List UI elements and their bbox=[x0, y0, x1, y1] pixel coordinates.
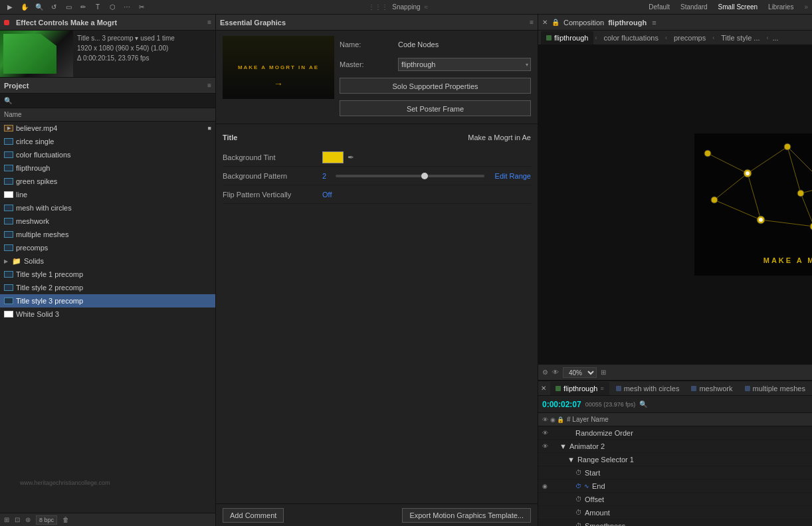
new-comp-icon[interactable]: ⊡ bbox=[15, 516, 20, 523]
tl-tab-dot bbox=[691, 386, 696, 391]
comp-icon-white bbox=[4, 191, 13, 198]
svg-point-23 bbox=[784, 143, 791, 150]
close-icon[interactable]: ✕ bbox=[542, 19, 548, 26]
file-item-title3[interactable]: Title style 3 precomp bbox=[0, 294, 215, 307]
file-name: cirlce single bbox=[16, 137, 54, 145]
new-item-icon[interactable]: ⊛ bbox=[25, 516, 31, 523]
workspace-standard[interactable]: Standard bbox=[680, 3, 708, 11]
project-panel: Effect Controls Make a Mogrt ≡ Title s..… bbox=[0, 15, 216, 526]
file-item-white-solid[interactable]: White Solid 3 bbox=[0, 307, 215, 321]
comp-menu-icon[interactable]: ≡ bbox=[652, 19, 656, 27]
expand-icon[interactable]: ▼ bbox=[567, 456, 575, 464]
text-tool[interactable]: T bbox=[92, 1, 104, 13]
master-select[interactable]: flipthrough bbox=[398, 58, 531, 71]
export-template-btn[interactable]: Export Motion Graphics Template... bbox=[402, 508, 531, 523]
layer-name: Amount bbox=[585, 509, 610, 517]
project-search-input[interactable] bbox=[15, 96, 211, 106]
pen-tool[interactable]: ✏ bbox=[77, 1, 89, 13]
zoom-select[interactable]: 40% bbox=[563, 367, 597, 378]
bg-pattern-slider[interactable] bbox=[336, 175, 484, 177]
project-search-bar: 🔍 bbox=[0, 94, 215, 108]
workspace-libraries[interactable]: Libraries bbox=[768, 3, 793, 11]
project-menu[interactable]: ≡ bbox=[207, 82, 211, 89]
master-select-wrapper: flipthrough ▾ bbox=[398, 58, 531, 71]
shape-tool[interactable]: ▭ bbox=[62, 1, 74, 13]
brush-tool[interactable]: ⋯ bbox=[121, 1, 133, 13]
flip-pattern-value[interactable]: Off bbox=[322, 191, 332, 199]
solid-icon bbox=[4, 311, 13, 317]
file-name: flipthrough bbox=[16, 164, 50, 172]
vis-icon[interactable]: 👁 bbox=[542, 443, 549, 450]
file-item-line[interactable]: line bbox=[0, 188, 215, 201]
timeline-left: 0:00:02:07 00055 (23.976 fps) 🔍 ⇄ ◑ ★ ⊙ … bbox=[538, 396, 812, 526]
tab-label: Title style ... bbox=[721, 34, 760, 42]
eg-arrow: → bbox=[274, 78, 283, 89]
layer-range-selector: ▼ Range Selector 1 bbox=[538, 453, 812, 466]
workspace-default[interactable]: Default bbox=[649, 3, 670, 11]
workspace-smallscreen[interactable]: Small Screen bbox=[718, 3, 758, 11]
set-poster-btn[interactable]: Set Poster Frame bbox=[340, 100, 531, 116]
file-item-precomps[interactable]: precomps bbox=[0, 241, 215, 254]
comp-tabs: flipthrough ‹ color fluctuations ‹ preco… bbox=[538, 31, 812, 45]
hand-tool[interactable]: ✋ bbox=[19, 1, 31, 13]
tl-search-icon[interactable]: 🔍 bbox=[639, 400, 647, 408]
rotate-tool[interactable]: ↺ bbox=[48, 1, 60, 13]
file-item-multiple-meshes[interactable]: multiple meshes bbox=[0, 228, 215, 241]
eg-title: Essential Graphics bbox=[220, 19, 286, 27]
comp-icon bbox=[4, 138, 13, 145]
file-item-title2[interactable]: Title style 2 precomp bbox=[0, 281, 215, 294]
folder-icon: 📁 bbox=[12, 258, 21, 264]
folder-triangle: ▶ bbox=[4, 258, 8, 264]
tab-label: flipthrough bbox=[554, 34, 588, 42]
tool-group: ▶ ✋ 🔍 ↺ ▭ ✏ T ⬡ ⋯ ✂ bbox=[4, 1, 148, 13]
file-item-green-spikes[interactable]: green spikes bbox=[0, 175, 215, 188]
tl-tab-label: mesh with circles bbox=[624, 385, 680, 393]
comp-tab-title-style[interactable]: Title style ... bbox=[716, 31, 765, 44]
file-item-meshwork[interactable]: meshwork bbox=[0, 215, 215, 228]
file-item-title1[interactable]: Title style 1 precomp bbox=[0, 268, 215, 281]
tl-tab-meshwork[interactable]: meshwork bbox=[686, 382, 738, 395]
select-tool[interactable]: ▶ bbox=[4, 1, 16, 13]
zoom-tool[interactable]: 🔍 bbox=[33, 1, 45, 13]
new-folder-icon[interactable]: ⊞ bbox=[4, 516, 9, 523]
file-item-circle-single[interactable]: cirlce single bbox=[0, 135, 215, 148]
file-item-believer[interactable]: ▶ believer.mp4 ■ bbox=[0, 122, 215, 135]
file-item-flipthrough[interactable]: flipthrough bbox=[0, 161, 215, 175]
trash-icon[interactable]: 🗑 bbox=[62, 516, 69, 523]
tl-tab-multiple-meshes[interactable]: multiple meshes bbox=[740, 382, 811, 395]
master-label: Master: bbox=[340, 60, 393, 68]
tl-current-time[interactable]: 0:00:02:07 bbox=[542, 400, 581, 409]
expand-icon[interactable]: ▼ bbox=[559, 442, 567, 450]
tl-tab-flipthrough[interactable]: flipthrough ≡ bbox=[550, 382, 609, 395]
column-name-label: Name bbox=[4, 111, 22, 118]
tl-tab-label: flipthrough bbox=[563, 385, 597, 393]
panel-menu-icon[interactable]: ≡ bbox=[207, 19, 211, 26]
vis-icon[interactable]: 👁 bbox=[542, 430, 549, 436]
color-swatch[interactable] bbox=[322, 151, 344, 163]
end-row: ⏱ ∿ End bbox=[575, 482, 605, 490]
comp-tab-flipthrough[interactable]: flipthrough bbox=[541, 31, 593, 44]
solo-supported-btn[interactable]: Solo Supported Properties bbox=[340, 78, 531, 94]
eyedropper-icon[interactable]: ✒ bbox=[348, 153, 354, 162]
comp-tab-color-fluct[interactable]: color fluctuations bbox=[598, 31, 664, 44]
close-tl-icon[interactable]: ✕ bbox=[541, 385, 546, 392]
fit-icon[interactable]: ⊞ bbox=[601, 369, 606, 376]
shape-tool-2[interactable]: ⬡ bbox=[106, 1, 118, 13]
eg-menu[interactable]: ≡ bbox=[530, 19, 534, 26]
project-bottom-bar: ⊞ ⊡ ⊛ 8 bpc 🗑 bbox=[0, 513, 215, 526]
comp-settings-icon[interactable]: ⚙ bbox=[542, 369, 548, 376]
tl-tab-mesh-circles[interactable]: mesh with circles bbox=[611, 382, 685, 395]
view-icon[interactable]: 👁 bbox=[552, 369, 559, 376]
clone-tool[interactable]: ✂ bbox=[136, 1, 148, 13]
bg-pattern-value[interactable]: 2 bbox=[322, 172, 326, 180]
file-list[interactable]: ▶ believer.mp4 ■ cirlce single color flu… bbox=[0, 122, 215, 513]
edit-range-btn[interactable]: Edit Range bbox=[495, 172, 531, 180]
tl-tab-label: meshwork bbox=[699, 385, 732, 393]
layer-animator-2: 👁 ▼ Animator 2 Add: ◉ bbox=[538, 440, 812, 453]
tl-tab-close[interactable]: ≡ bbox=[600, 385, 603, 392]
comp-tab-precomps[interactable]: precomps bbox=[668, 31, 711, 44]
file-item-solids-folder[interactable]: ▶ 📁 Solids bbox=[0, 254, 215, 268]
file-item-color-fluct[interactable]: color fluctuations bbox=[0, 148, 215, 161]
add-comment-btn[interactable]: Add Comment bbox=[223, 508, 284, 523]
file-item-mesh-circles[interactable]: mesh with circles bbox=[0, 201, 215, 215]
